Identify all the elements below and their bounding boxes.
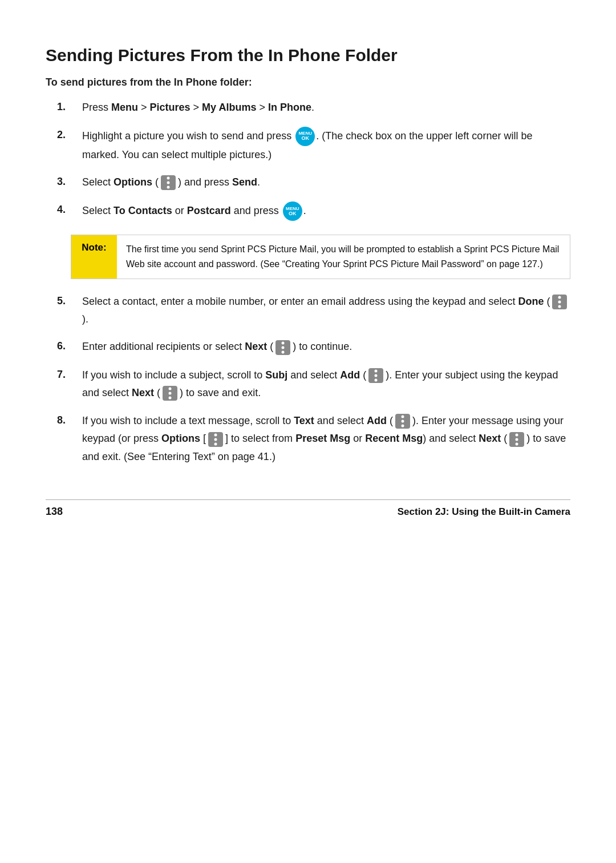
note-content: The first time you send Sprint PCS Pictu… [117, 235, 570, 278]
svg-point-15 [375, 378, 378, 381]
svg-point-1 [167, 177, 170, 180]
svg-point-3 [167, 186, 170, 189]
options-icon-2 [207, 431, 224, 448]
note-label: Note: [71, 235, 117, 278]
svg-point-23 [401, 425, 404, 428]
step-3: 3. Select Options ( ) and press Send. [57, 174, 570, 191]
footer-section: Section 2J: Using the Built-in Camera [398, 506, 570, 518]
step-1: 1. Press Menu > Pictures > My Albums > I… [57, 99, 570, 116]
svg-point-5 [558, 296, 561, 299]
add-icon-2 [394, 413, 411, 430]
svg-point-26 [214, 438, 217, 441]
svg-point-11 [282, 350, 285, 353]
page-title: Sending Pictures From the In Phone Folde… [46, 46, 570, 65]
step-6: 6. Enter additional recipients or select… [57, 338, 570, 356]
next-icon-2 [161, 385, 179, 402]
step-7: 7. If you wish to include a subject, scr… [57, 366, 570, 402]
step-number-1: 1. [57, 99, 78, 115]
step-number-3: 3. [57, 174, 78, 190]
svg-point-25 [214, 433, 217, 436]
step-4: 4. Select To Contacts or Postcard and pr… [57, 201, 570, 221]
page-number: 138 [46, 506, 63, 518]
subtitle: To send pictures from the In Phone folde… [46, 76, 570, 88]
step-number-4: 4. [57, 201, 78, 218]
svg-point-7 [558, 305, 561, 308]
step-number-8: 8. [57, 412, 78, 429]
step-content-5: Select a contact, enter a mobile number,… [82, 293, 570, 328]
step-content-6: Enter additional recipients or select Ne… [82, 338, 570, 356]
next-icon-1 [274, 339, 291, 356]
add-icon-1 [367, 367, 384, 384]
options-icon-1 [160, 174, 177, 191]
svg-point-27 [214, 442, 217, 445]
svg-point-14 [375, 374, 378, 377]
step-8: 8. If you wish to include a text message… [57, 412, 570, 465]
steps-continued-list: 5. Select a contact, enter a mobile numb… [57, 293, 570, 466]
svg-point-9 [282, 341, 285, 344]
menu-ok-icon-1: MENU OK [295, 127, 315, 146]
svg-point-19 [169, 397, 172, 400]
step-number-2: 2. [57, 127, 78, 143]
step-number-7: 7. [57, 366, 78, 383]
step-content-8: If you wish to include a text message, s… [82, 412, 570, 465]
note-box: Note: The first time you send Sprint PCS… [71, 235, 570, 279]
svg-point-30 [516, 438, 518, 441]
step-content-4: Select To Contacts or Postcard and press… [82, 201, 570, 221]
svg-point-2 [167, 182, 170, 184]
done-icon [551, 293, 568, 310]
svg-point-13 [375, 369, 378, 372]
step-content-1: Press Menu > Pictures > My Albums > In P… [82, 99, 570, 116]
step-content-3: Select Options ( ) and press Send. [82, 174, 570, 191]
svg-point-31 [516, 442, 518, 445]
svg-point-10 [282, 346, 285, 349]
step-5: 5. Select a contact, enter a mobile numb… [57, 293, 570, 328]
step-number-6: 6. [57, 338, 78, 354]
step-2: 2. Highlight a picture you wish to send … [57, 127, 570, 164]
svg-point-21 [401, 416, 404, 418]
svg-point-29 [516, 433, 518, 436]
step-content-2: Highlight a picture you wish to send and… [82, 127, 570, 164]
svg-point-18 [169, 392, 172, 395]
step-number-5: 5. [57, 293, 78, 309]
svg-point-22 [401, 420, 404, 423]
page-footer: 138 Section 2J: Using the Built-in Camer… [46, 499, 570, 518]
steps-list: 1. Press Menu > Pictures > My Albums > I… [57, 99, 570, 221]
menu-ok-icon-2: MENU OK [283, 201, 302, 221]
next-icon-3 [508, 431, 525, 448]
step-content-7: If you wish to include a subject, scroll… [82, 366, 570, 402]
svg-point-17 [169, 388, 172, 390]
svg-point-6 [558, 300, 561, 303]
